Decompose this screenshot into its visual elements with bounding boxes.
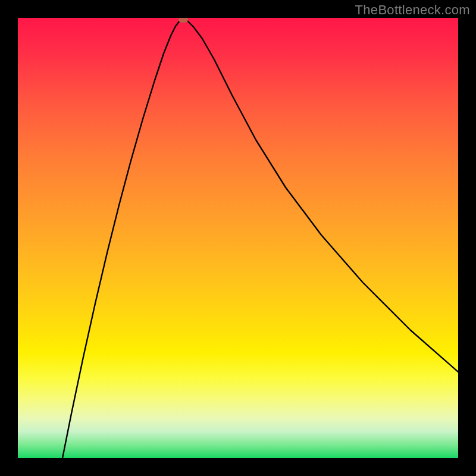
curve-svg [18, 18, 458, 458]
watermark-text: TheBottleneck.com [355, 2, 470, 18]
optimal-point-marker [178, 18, 188, 23]
plot-area [18, 18, 458, 458]
bottleneck-curve [62, 19, 458, 458]
chart-frame: TheBottleneck.com [0, 0, 476, 476]
